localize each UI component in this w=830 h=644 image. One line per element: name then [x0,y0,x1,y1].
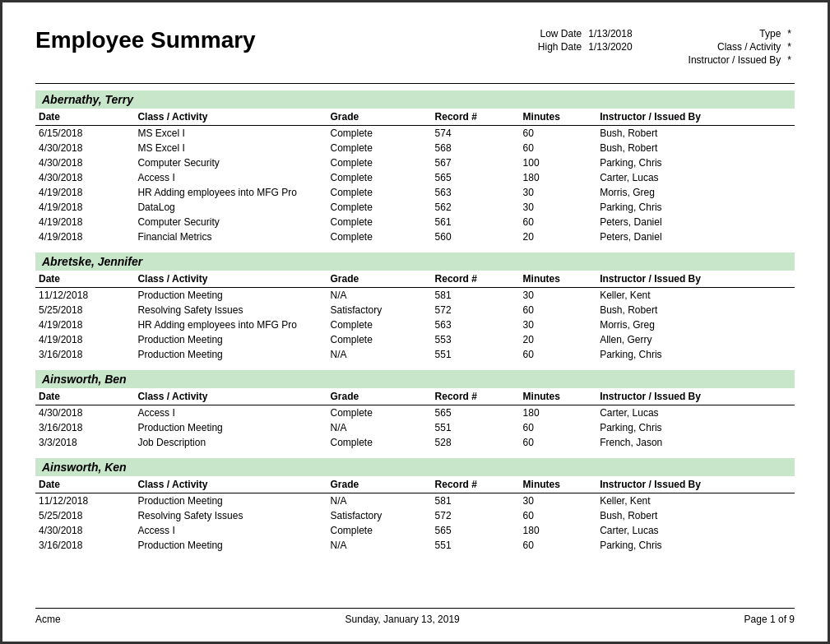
col-header-grade: Grade [327,109,431,126]
cell-instructor: Carter, Lucas [596,405,795,421]
cell-instructor: Allen, Gerry [596,332,795,347]
cell-minutes: 60 [520,126,597,141]
col-header-class: Class / Activity [134,109,327,126]
table-row: 11/12/2018Production MeetingN/A58130Kell… [35,288,795,303]
footer-company: Acme [35,614,61,625]
cell-date: 4/30/2018 [35,155,134,170]
table-row: 4/19/2018HR Adding employees into MFG Pr… [35,185,795,200]
cell-record: 551 [432,347,520,362]
col-header-date: Date [35,476,134,493]
low-date-label: Low Date [535,27,585,40]
cell-instructor: Morris, Greg [596,317,795,332]
table-row: 11/12/2018Production MeetingN/A58130Kell… [35,493,795,509]
cell-minutes: 60 [520,347,597,362]
cell-class: Production Meeting [134,347,327,362]
cell-grade: Satisfactory [327,508,431,523]
col-header-record: Record # [432,476,520,493]
cell-class: MS Excel I [134,126,327,141]
cell-instructor: Parking, Chris [596,420,795,435]
employee-section: Ainsworth, KenDateClass / ActivityGradeR… [35,458,795,553]
cell-grade: Complete [327,215,431,229]
cell-class: Resolving Safety Issues [134,508,327,523]
cell-minutes: 30 [520,493,597,509]
table-row: 6/15/2018MS Excel IComplete57460Bush, Ro… [35,126,795,141]
col-header-class: Class / Activity [134,476,327,493]
cell-instructor: Keller, Kent [596,493,795,509]
cell-grade: Complete [327,200,431,215]
instructor-label: Instructor / Issued By [685,53,785,67]
table-row: 4/30/2018Access IComplete565180Carter, L… [35,170,795,185]
cell-grade: Complete [327,435,431,450]
cell-record: 551 [432,538,520,553]
cell-record: 581 [432,288,520,303]
footer-date: Sunday, January 13, 2019 [345,614,460,625]
table-row: 4/19/2018HR Adding employees into MFG Pr… [35,317,795,332]
col-header-minutes: Minutes [520,109,597,126]
cell-date: 4/19/2018 [35,185,134,200]
cell-class: Production Meeting [134,493,327,509]
cell-date: 3/3/2018 [35,435,134,450]
employee-table: DateClass / ActivityGradeRecord #Minutes… [35,271,795,362]
cell-minutes: 30 [520,317,597,332]
employee-table: DateClass / ActivityGradeRecord #Minutes… [35,476,795,553]
cell-record: 562 [432,200,520,215]
col-header-minutes: Minutes [520,388,597,405]
cell-record: 553 [432,332,520,347]
cell-class: Production Meeting [134,420,327,435]
cell-date: 4/19/2018 [35,229,134,244]
cell-class: Access I [134,405,327,421]
cell-date: 11/12/2018 [35,288,134,303]
cell-instructor: Parking, Chris [596,200,795,215]
cell-class: Access I [134,523,327,538]
employees-container: Abernathy, TerryDateClass / ActivityGrad… [35,90,795,553]
cell-grade: N/A [327,493,431,509]
cell-grade: N/A [327,420,431,435]
table-row: 4/30/2018MS Excel IComplete56860Bush, Ro… [35,141,795,155]
employee-table: DateClass / ActivityGradeRecord #Minutes… [35,388,795,450]
cell-class: Job Description [134,435,327,450]
cell-grade: Complete [327,523,431,538]
cell-class: Financial Metrics [134,229,327,244]
col-header-date: Date [35,271,134,288]
report-footer: Acme Sunday, January 13, 2019 Page 1 of … [35,608,795,625]
cell-instructor: Peters, Daniel [596,215,795,229]
cell-minutes: 30 [520,185,597,200]
cell-date: 3/16/2018 [35,420,134,435]
header-divider [35,83,795,84]
cell-instructor: Bush, Robert [596,303,795,317]
cell-instructor: French, Jason [596,435,795,450]
type-label: Type [685,27,785,40]
cell-class: Production Meeting [134,332,327,347]
low-date-value: 1/13/2018 [585,27,635,40]
cell-record: 565 [432,405,520,421]
cell-date: 4/30/2018 [35,523,134,538]
table-row: 4/19/2018DataLogComplete56230Parking, Ch… [35,200,795,215]
cell-instructor: Bush, Robert [596,141,795,155]
col-header-record: Record # [432,109,520,126]
filter-section: Low Date 1/13/2018 Type * High Date 1/13… [535,27,795,67]
cell-record: 574 [432,126,520,141]
cell-record: 572 [432,508,520,523]
employee-name: Abretske, Jennifer [35,253,795,271]
cell-date: 11/12/2018 [35,493,134,509]
col-header-grade: Grade [327,388,431,405]
cell-grade: Complete [327,141,431,155]
cell-record: 565 [432,523,520,538]
table-row: 3/16/2018Production MeetingN/A55160Parki… [35,347,795,362]
col-header-grade: Grade [327,476,431,493]
table-row: 5/25/2018Resolving Safety IssuesSatisfac… [35,508,795,523]
cell-date: 4/30/2018 [35,405,134,421]
col-header-record: Record # [432,271,520,288]
cell-minutes: 60 [520,420,597,435]
cell-minutes: 100 [520,155,597,170]
table-row: 3/3/2018Job DescriptionComplete52860Fren… [35,435,795,450]
cell-record: 560 [432,229,520,244]
col-header-minutes: Minutes [520,476,597,493]
table-row: 4/30/2018Computer SecurityComplete567100… [35,155,795,170]
cell-class: Access I [134,170,327,185]
cell-date: 5/25/2018 [35,303,134,317]
report-header: Employee Summary Low Date 1/13/2018 Type… [35,27,795,67]
cell-date: 4/19/2018 [35,200,134,215]
employee-name: Abernathy, Terry [35,90,795,109]
cell-record: 528 [432,435,520,450]
